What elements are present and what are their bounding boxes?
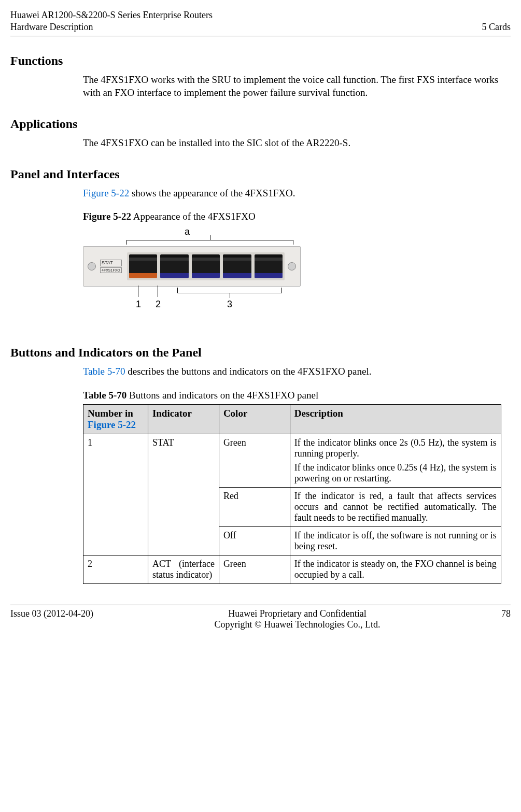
figure-number: Figure 5-22 bbox=[83, 211, 131, 222]
functions-paragraph: The 4FXS1FXO works with the SRU to imple… bbox=[83, 73, 505, 99]
header-section-label: 5 Cards bbox=[482, 21, 511, 33]
th-description: Description bbox=[290, 404, 501, 434]
cell-desc-act-green: If the indicator is steady on, the FXO c… bbox=[290, 555, 501, 583]
figure-label-2: 2 bbox=[156, 299, 161, 310]
heading-applications: Applications bbox=[10, 117, 511, 131]
th-number: Number in Figure 5-22 bbox=[83, 404, 148, 434]
figure-ref-link[interactable]: Figure 5-22 bbox=[83, 188, 129, 198]
table-row: 2 ACT (interface status indicator) Green… bbox=[83, 555, 501, 583]
header-title-line2: Hardware Description bbox=[10, 21, 213, 33]
footer-proprietary: Huawei Proprietary and Confidential bbox=[214, 608, 380, 619]
cell-desc-stat-red: If the indicator is red, a fault that af… bbox=[290, 487, 501, 526]
th-indicator: Indicator bbox=[148, 404, 219, 434]
cell-color-off: Off bbox=[219, 526, 290, 555]
cell-color-red: Red bbox=[219, 487, 290, 526]
ports-row bbox=[127, 252, 285, 280]
cell-desc-stat-off: If the indicator is off, the software is… bbox=[290, 526, 501, 555]
port-fxs-2 bbox=[223, 254, 251, 278]
cell-number-1: 1 bbox=[83, 434, 148, 555]
cell-desc-stat-green: If the indicator blinks once 2s (0.5 Hz)… bbox=[290, 434, 501, 487]
table-ref-link[interactable]: Table 5-70 bbox=[83, 366, 125, 377]
panel-intro-rest: shows the appearance of the 4FXS1FXO. bbox=[129, 188, 295, 198]
figure-label-a: a bbox=[185, 226, 190, 237]
footer-issue-date: Issue 03 (2012-04-20) bbox=[10, 608, 93, 630]
card-model-label: 4FXS1FXO bbox=[100, 267, 122, 273]
indicators-table: Number in Figure 5-22 Indicator Color De… bbox=[83, 404, 501, 584]
port-fxs-1 bbox=[192, 254, 220, 278]
buttons-intro-rest: describes the buttons and indicators on … bbox=[125, 366, 372, 377]
heading-panel-interfaces: Panel and Interfaces bbox=[10, 167, 511, 181]
footer-copyright: Copyright © Huawei Technologies Co., Ltd… bbox=[214, 619, 380, 630]
screw-left-icon bbox=[88, 262, 96, 270]
table-caption-text: Buttons and indicators on the 4FXS1FXO p… bbox=[126, 390, 318, 401]
port-fxs-3 bbox=[255, 254, 283, 278]
table-header-row: Number in Figure 5-22 Indicator Color De… bbox=[83, 404, 501, 434]
cell-indicator-act: ACT (interface status indicator) bbox=[148, 555, 219, 583]
applications-paragraph: The 4FXS1FXO can be installed into the S… bbox=[83, 136, 505, 150]
th-color: Color bbox=[219, 404, 290, 434]
figure-bottom-bracket bbox=[177, 288, 282, 293]
page-header: Huawei AR1200-S&2200-S Series Enterprise… bbox=[10, 9, 511, 34]
cell-color-green: Green bbox=[219, 434, 290, 487]
figure-caption: Figure 5-22 Appearance of the 4FXS1FXO bbox=[83, 211, 505, 222]
cell-color-act-green: Green bbox=[219, 555, 290, 583]
port-fxs-0 bbox=[160, 254, 188, 278]
figure-label-3: 3 bbox=[227, 299, 232, 310]
heading-functions: Functions bbox=[10, 54, 511, 68]
port-fxo bbox=[129, 254, 157, 278]
screw-right-icon bbox=[288, 262, 296, 270]
figure-diagram: a STAT 4FXS1FXO 1 bbox=[83, 226, 311, 315]
card-illustration: STAT 4FXS1FXO bbox=[83, 246, 301, 287]
page-footer: Issue 03 (2012-04-20) Huawei Proprietary… bbox=[0, 605, 521, 639]
th-figure-ref[interactable]: Figure 5-22 bbox=[88, 419, 136, 430]
footer-page-number: 78 bbox=[501, 608, 511, 630]
table-number: Table 5-70 bbox=[83, 390, 126, 401]
header-title-line1: Huawei AR1200-S&2200-S Series Enterprise… bbox=[10, 9, 213, 21]
heading-buttons-indicators: Buttons and Indicators on the Panel bbox=[10, 346, 511, 360]
panel-intro: Figure 5-22 shows the appearance of the … bbox=[83, 187, 505, 200]
buttons-intro: Table 5-70 describes the buttons and ind… bbox=[83, 365, 505, 378]
table-caption: Table 5-70 Buttons and indicators on the… bbox=[83, 390, 505, 401]
card-stat-label: STAT bbox=[100, 260, 122, 266]
figure-top-bracket bbox=[126, 240, 293, 245]
table-row: 1 STAT Green If the indicator blinks onc… bbox=[83, 434, 501, 487]
figure-label-1: 1 bbox=[136, 299, 141, 310]
figure-caption-text: Appearance of the 4FXS1FXO bbox=[131, 211, 256, 222]
header-rule bbox=[10, 36, 511, 36]
cell-number-2: 2 bbox=[83, 555, 148, 583]
cell-indicator-stat: STAT bbox=[148, 434, 219, 555]
